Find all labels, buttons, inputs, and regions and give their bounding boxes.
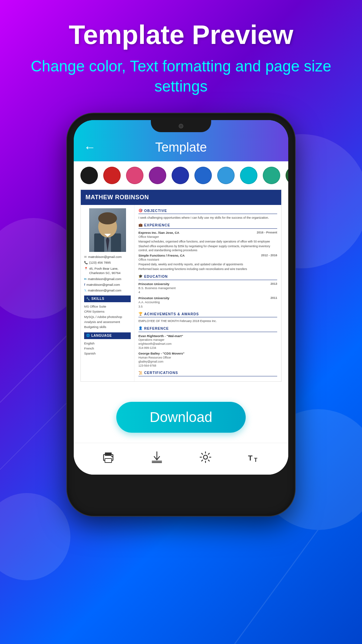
nav-settings[interactable] — [198, 450, 213, 465]
lang-1: English — [84, 341, 131, 346]
skill-5: Budgeting skills — [84, 324, 131, 329]
bottom-nav: T T — [74, 443, 288, 475]
exp-company-1: Express Inc. /San Jose, CA 2016 - Presen… — [138, 230, 277, 235]
phone-screen: ← Template MATHEW ROBINSON — [74, 120, 288, 475]
experience-title: 💼 EXPERIENCE — [138, 223, 277, 229]
skill-2: CRM Systems — [84, 309, 131, 314]
back-button[interactable]: ← — [84, 140, 96, 154]
resume-area: MATHEW ROBINSON — [74, 190, 288, 392]
ref-name-1: Evan Rightworth - "Wal-mart" — [138, 334, 277, 338]
nav-download[interactable] — [149, 450, 164, 465]
phone-frame: ← Template MATHEW ROBINSON — [67, 113, 295, 516]
ref-role-1: Operations manager — [138, 338, 277, 342]
color-pink[interactable] — [126, 167, 143, 184]
color-red[interactable] — [103, 167, 121, 184]
nav-print[interactable] — [101, 450, 116, 465]
ref-email-2: gbailey@gmail.com — [138, 360, 277, 364]
color-light-blue[interactable] — [217, 167, 235, 184]
edu-school-1: Princeton University 2013 — [138, 282, 277, 286]
resume-document: MATHEW ROBINSON — [80, 190, 282, 382]
contact-linkedin: in matrobison@gmail.com — [84, 277, 131, 281]
svg-text:T: T — [254, 457, 257, 463]
objective-title: 🎯 OBJECTIVE — [138, 208, 277, 214]
achievements-title: 🏆 ACHIEVEMENTS & AWARDS — [138, 312, 277, 318]
certifications-title: 📜 CERTIFICATIONS — [138, 370, 277, 376]
exp-desc-2a: Prepared daily, weekly and monthly repor… — [138, 263, 277, 266]
phone-mockup: ← Template MATHEW ROBINSON — [0, 113, 362, 516]
exp-role-1: Office Manager — [138, 235, 277, 239]
svg-point-11 — [98, 212, 117, 224]
color-teal[interactable] — [263, 167, 280, 184]
achievements-text: EMPLOYEE OF THE MONTH February 2018 Expr… — [138, 319, 277, 323]
nav-text-size[interactable]: T T — [247, 450, 261, 465]
skill-4: Analysis and assessment — [84, 319, 131, 324]
color-green[interactable] — [286, 167, 288, 184]
ref-phone-2: 123-564-9768 — [138, 364, 277, 368]
resume-right-column: 🎯 OBJECTIVE I seek challenging opportuni… — [134, 205, 281, 381]
edu-item-1: Princeton University 2013 B.S. Business … — [138, 282, 277, 294]
exp-item-2: Simple Functions / Fresno, CA 2012 - 201… — [138, 253, 277, 271]
contact-facebook: f matrobison@gmail.com — [84, 282, 131, 287]
ref-phone-1: 314-999-1234 — [138, 346, 277, 350]
ref-email-1: erightworth@walmart.com — [138, 342, 277, 346]
objective-text: I seek challenging opportunities where I… — [138, 216, 277, 220]
lang-3: Spanish — [84, 351, 131, 356]
skill-1: MS Office Suite — [84, 304, 131, 309]
svg-point-17 — [203, 455, 207, 459]
contact-twitter: 𝕏 matrobison@gmail.com — [84, 288, 131, 293]
resume-name: MATHEW ROBINSON — [81, 190, 281, 205]
ref-item-1: Evan Rightworth - "Wal-mart" Operations … — [138, 334, 277, 350]
skills-header: 🔧 SKILLS — [84, 296, 131, 302]
contact-address: 📍 45, Pooh Bear Lane, Charleston SC, 907… — [84, 266, 131, 275]
page-title: Template Preview — [13, 20, 349, 50]
edu-degree-1: B.S. Business management — [138, 286, 277, 290]
ref-item-2: George Bailey - "CDS Movers" Human Resou… — [138, 351, 277, 368]
color-picker-row — [74, 161, 288, 190]
color-black[interactable] — [80, 167, 98, 184]
color-purple[interactable] — [149, 167, 166, 184]
resume-photo — [89, 208, 126, 252]
exp-role-2: Office Assistant — [138, 258, 277, 262]
education-title: 🎓 EDUCATION — [138, 274, 277, 280]
exp-desc-2b: Performed basic accounting functions inc… — [138, 267, 277, 271]
edu-gpa-1: 4 — [138, 290, 277, 294]
contact-phone: 📞 (123) 456 7895 — [84, 260, 131, 265]
svg-text:T: T — [248, 454, 253, 462]
edu-gpa-2: 3.5 — [138, 305, 277, 309]
color-blue[interactable] — [194, 167, 212, 184]
edu-item-2: Princeton University 2011 A.A. Accountin… — [138, 296, 277, 309]
phone-camera — [179, 124, 183, 128]
exp-desc-1a: Managed schedules, organised office func… — [138, 240, 277, 244]
exp-company-2: Simple Functions / Fresno, CA 2012 - 201… — [138, 253, 277, 258]
resume-body: ✉ matrobison@gmail.com 📞 (123) 456 7895 … — [81, 205, 281, 381]
phone-notch — [151, 120, 211, 132]
language-header: 🌐 LANGUAGE — [84, 332, 131, 339]
download-button[interactable]: Download — [116, 402, 246, 433]
ref-role-2: Human Resources Officer — [138, 356, 277, 360]
color-cyan[interactable] — [240, 167, 257, 184]
exp-desc-1b: Slashed office expenditures by $35k by n… — [138, 245, 277, 252]
ref-name-2: George Bailey - "CDS Movers" — [138, 351, 277, 356]
svg-point-16 — [111, 456, 113, 457]
svg-rect-15 — [105, 459, 112, 463]
skill-3: MySQL / Adobe photoshop — [84, 314, 131, 319]
color-dark-blue[interactable] — [172, 167, 189, 184]
contact-email: ✉ matrobison@gmail.com — [84, 255, 131, 259]
page-subtitle: Change color, Text formatting and page s… — [13, 56, 349, 97]
reference-title: 👤 REFERENCE — [138, 326, 277, 332]
edu-degree-2: A.A. Accounting — [138, 300, 277, 305]
exp-item-1: Express Inc. /San Jose, CA 2016 - Presen… — [138, 230, 277, 252]
lang-2: French — [84, 346, 131, 351]
app-title: Template — [103, 140, 259, 155]
edu-school-2: Princeton University 2011 — [138, 296, 277, 300]
resume-left-column: ✉ matrobison@gmail.com 📞 (123) 456 7895 … — [81, 205, 134, 381]
download-section: Download — [74, 392, 288, 443]
svg-rect-14 — [105, 452, 112, 456]
